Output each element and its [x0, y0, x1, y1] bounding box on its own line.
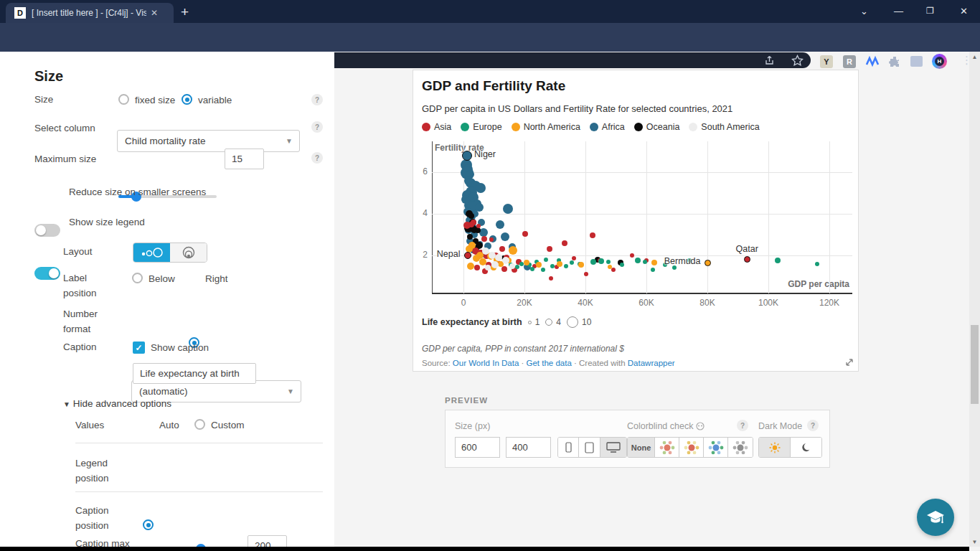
data-point-asia[interactable] [547, 246, 552, 252]
values-custom-radio[interactable] [194, 419, 205, 430]
data-point-north_america[interactable] [509, 246, 517, 255]
data-point-europe[interactable] [590, 259, 596, 265]
data-point-south_america[interactable] [509, 263, 515, 269]
colorblind-none-button[interactable]: None [628, 438, 655, 457]
profile-avatar[interactable]: H [932, 54, 947, 69]
window-close-button[interactable]: ✕ [960, 6, 968, 17]
scroll-down-arrow-icon[interactable]: ▼ [969, 537, 980, 547]
dark-mode-help-icon[interactable]: ? [807, 420, 819, 431]
data-point-europe[interactable] [550, 264, 555, 268]
data-point-europe[interactable] [815, 262, 819, 266]
values-auto-radio[interactable] [143, 519, 154, 530]
show-size-legend-toggle-label[interactable]: Show size legend [69, 217, 145, 227]
reduce-size-toggle[interactable] [34, 224, 60, 237]
data-point-south_america[interactable] [485, 265, 491, 270]
colorblind-mode-button-1[interactable] [655, 438, 679, 457]
data-point-oceania[interactable] [468, 213, 474, 219]
data-point-asia[interactable] [630, 253, 634, 258]
colorblind-mode-button-2[interactable] [679, 438, 704, 457]
size-help-icon[interactable]: ? [311, 94, 323, 105]
bookmark-star-icon[interactable] [791, 55, 804, 67]
data-point-south_america[interactable] [491, 261, 499, 268]
academy-help-button[interactable] [917, 499, 954, 536]
variable-radio[interactable] [182, 94, 192, 105]
new-tab-button[interactable]: + [181, 4, 189, 20]
annotated-point-niger[interactable] [462, 151, 472, 161]
share-icon[interactable] [764, 55, 776, 66]
data-point-asia[interactable] [549, 276, 553, 281]
select-column-help-icon[interactable]: ? [311, 121, 323, 133]
data-point-oceania[interactable] [467, 234, 473, 240]
data-point-asia[interactable] [501, 266, 507, 272]
label-below-radio-label[interactable]: Below [149, 273, 175, 284]
data-point-europe[interactable] [672, 265, 677, 270]
data-point-africa[interactable] [496, 220, 504, 229]
colorblind-help-icon[interactable]: ? [737, 420, 748, 431]
colorblind-mode-button-3[interactable] [704, 438, 728, 457]
data-point-north_america[interactable] [524, 260, 529, 265]
size-legend-item[interactable]: 1 [528, 317, 540, 327]
data-point-europe[interactable] [544, 258, 548, 262]
annotated-point-bermuda[interactable] [705, 260, 711, 266]
extensions-puzzle-icon[interactable] [888, 55, 901, 68]
select-column-dropdown[interactable]: Child mortality rate ▼ [117, 130, 300, 152]
layout-ascending-circles-option[interactable] [133, 243, 170, 262]
dark-mode-button[interactable] [791, 438, 821, 457]
label-right-radio-label[interactable]: Right [205, 273, 228, 284]
extension-y-icon[interactable]: Y [820, 55, 833, 68]
data-point-north_america[interactable] [651, 260, 657, 265]
data-point-north_america[interactable] [479, 258, 486, 265]
mobile-preview-button[interactable] [558, 438, 579, 457]
fixed-size-radio[interactable] [118, 94, 129, 105]
data-point-asia[interactable] [522, 231, 528, 237]
values-custom-radio-label[interactable]: Custom [211, 420, 245, 430]
tab-search-chevron-icon[interactable]: ⌄ [860, 6, 868, 17]
data-point-europe[interactable] [570, 260, 574, 265]
data-point-south_america[interactable] [489, 252, 496, 259]
show-size-legend-toggle[interactable] [34, 267, 60, 280]
extension-sidebar-icon[interactable] [910, 56, 923, 67]
data-point-north_america[interactable] [536, 262, 542, 268]
light-mode-button[interactable] [759, 438, 791, 457]
data-point-north_america[interactable] [557, 261, 562, 267]
data-point-asia[interactable] [474, 265, 480, 270]
annotated-point-nepal[interactable] [464, 252, 471, 259]
data-point-europe[interactable] [541, 268, 545, 272]
data-point-asia[interactable] [489, 237, 494, 242]
data-point-asia[interactable] [590, 232, 595, 238]
data-point-north_america[interactable] [578, 262, 584, 268]
data-point-europe[interactable] [564, 264, 568, 268]
source-link-owid[interactable]: Our World In Data [453, 359, 519, 367]
maximum-size-help-icon[interactable]: ? [311, 152, 323, 164]
extension-wave-icon[interactable] [865, 55, 880, 68]
page-scrollbar[interactable] [969, 52, 980, 547]
data-point-asia[interactable] [584, 272, 588, 276]
resize-handle-icon[interactable] [844, 357, 854, 367]
window-minimize-button[interactable]: — [894, 6, 903, 17]
get-the-data-link[interactable]: Get the data [527, 359, 572, 367]
size-legend-item[interactable]: 4 [545, 317, 561, 327]
tablet-preview-button[interactable] [579, 438, 600, 457]
data-point-europe[interactable] [620, 263, 624, 267]
data-point-asia[interactable] [499, 246, 505, 252]
desktop-preview-button[interactable] [600, 438, 626, 457]
colorblind-mode-button-4[interactable] [728, 438, 753, 457]
show-caption-checkbox[interactable]: ✓ [133, 342, 145, 354]
browser-tab[interactable]: D [ Insert title here ] - [Cr4lj] - Visu… [6, 3, 174, 23]
fixed-size-radio-label[interactable]: fixed size [135, 95, 175, 105]
tab-close-icon[interactable]: ✕ [151, 8, 158, 18]
datawrapper-link[interactable]: Datawrapper [628, 359, 675, 367]
scatter-plot[interactable]: Fertility rate GDP per capita 020K40K60K… [432, 141, 852, 293]
data-point-europe[interactable] [775, 258, 781, 263]
reduce-size-toggle-label[interactable]: Reduce size on smaller screens [69, 187, 206, 197]
data-point-europe[interactable] [606, 260, 611, 264]
scrollbar-thumb[interactable] [971, 325, 979, 404]
data-point-oceania[interactable] [475, 227, 481, 233]
maximum-size-input[interactable]: 15 [225, 149, 264, 169]
data-point-asia[interactable] [481, 236, 487, 242]
caption-text-input[interactable]: Life expectancy at birth [133, 363, 256, 384]
data-point-asia[interactable] [562, 240, 567, 246]
variable-radio-label[interactable]: variable [198, 95, 232, 105]
data-point-europe[interactable] [598, 258, 604, 264]
scroll-up-arrow-icon[interactable]: ▲ [969, 52, 980, 62]
